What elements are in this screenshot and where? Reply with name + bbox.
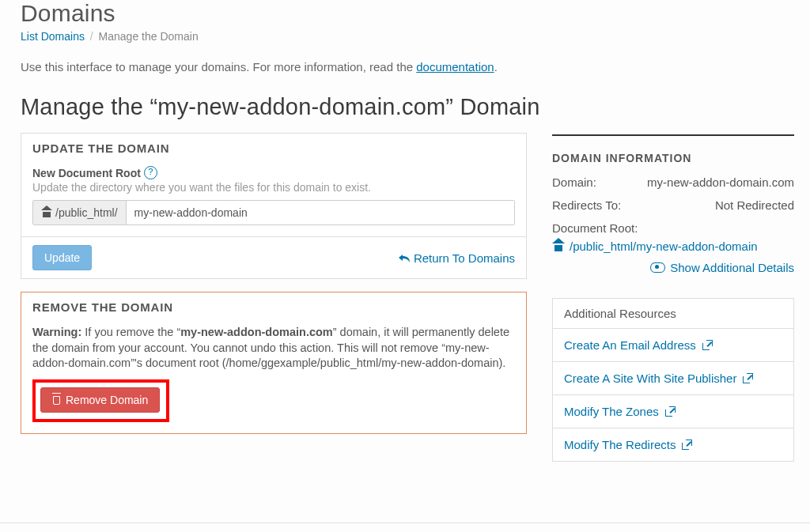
info-redirects-label: Redirects To: [552,198,621,212]
home-icon [552,241,565,251]
warning-pre: If you remove the “ [81,326,180,338]
intro-pre: Use this interface to manage your domain… [21,60,416,74]
remove-domain-button[interactable]: Remove Domain [40,387,160,413]
new-document-root-label: New Document Root [32,167,141,179]
breadcrumb: List Domains / Manage the Domain [21,30,794,43]
update-panel-title: UPDATE THE DOMAIN [21,134,526,160]
breadcrumb-list-domains[interactable]: List Domains [21,30,85,43]
home-icon [41,208,52,217]
warning-domain: my-new-addon-domain.com [180,326,333,338]
document-root-prefix: /public_html/ [33,201,127,224]
info-row-redirects: Redirects To: Not Redirected [552,198,794,212]
manage-heading: Manage the “my-new-addon-domain.com” Dom… [21,94,794,120]
warning-label: Warning: [32,326,81,338]
document-root-hint: Update the directory where you want the … [32,181,515,194]
resource-link-zones[interactable]: Modify The Zones [564,405,659,418]
resource-item-zones[interactable]: Modify The Zones [553,395,793,428]
return-to-domains-label: Return To Domains [414,251,515,265]
info-docroot-label: Document Root: [552,221,794,235]
update-domain-panel: UPDATE THE DOMAIN New Document Root ? Up… [21,133,527,279]
additional-resources-title: Additional Resources [553,299,793,329]
resource-link-email[interactable]: Create An Email Address [564,338,696,352]
help-icon[interactable]: ? [144,166,157,179]
trash-icon [52,394,61,405]
remove-warning-text: Warning: If you remove the “my-new-addon… [32,325,515,372]
footer-divider [0,523,810,523]
show-additional-details-link[interactable]: Show Additional Details [650,261,794,274]
update-button[interactable]: Update [32,245,92,270]
resource-link-site-publisher[interactable]: Create A Site With Site Publisher [564,372,736,385]
documentation-link[interactable]: documentation [416,60,494,74]
resource-link-redirects[interactable]: Modify The Redirects [564,438,676,451]
intro-text: Use this interface to manage your domain… [21,60,794,74]
resource-item-redirects[interactable]: Modify The Redirects [553,428,793,461]
return-icon [398,252,411,263]
breadcrumb-current: Manage the Domain [99,30,199,43]
return-to-domains-link[interactable]: Return To Domains [398,251,515,265]
external-link-icon [665,407,675,417]
external-link-icon [702,341,712,350]
resource-item-email[interactable]: Create An Email Address [553,329,793,362]
external-link-icon [743,374,752,383]
info-domain-value: my-new-addon-domain.com [647,175,794,189]
remove-domain-label: Remove Domain [66,394,148,406]
info-row-domain: Domain: my-new-addon-domain.com [552,175,794,189]
remove-domain-panel: REMOVE THE DOMAIN Warning: If you remove… [21,292,527,434]
info-domain-label: Domain: [552,175,596,189]
document-root-prefix-text: /public_html/ [55,206,118,219]
info-redirects-value: Not Redirected [715,198,794,212]
document-root-input-group: /public_html/ [32,200,515,225]
remove-button-highlight: Remove Domain [32,379,169,422]
intro-post: . [494,60,498,74]
remove-panel-title: REMOVE THE DOMAIN [21,292,526,319]
document-root-input[interactable] [127,201,514,224]
eye-icon [650,262,665,273]
resource-item-site-publisher[interactable]: Create A Site With Site Publisher [553,362,793,395]
page-title: Domains [21,0,794,27]
show-details-label: Show Additional Details [670,261,794,274]
breadcrumb-separator: / [90,30,93,43]
external-link-icon [682,440,691,450]
additional-resources-panel: Additional Resources Create An Email Add… [552,298,794,462]
domain-information-title: DOMAIN INFORMATION [552,152,794,164]
document-root-link[interactable]: /public_html/my-new-addon-domain [570,240,758,253]
